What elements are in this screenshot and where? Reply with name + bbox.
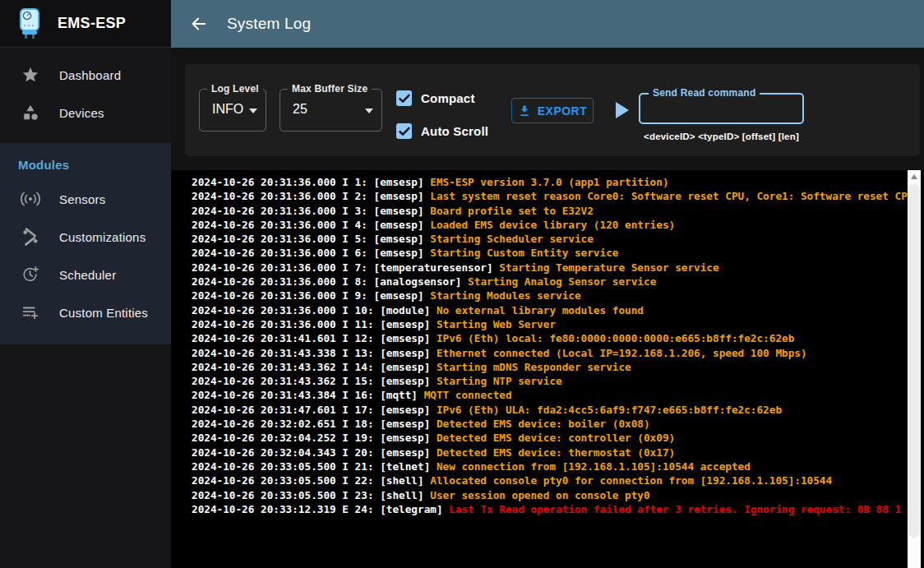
log-line-message: Ethernet connected (Local IP=192.168.1.2… xyxy=(437,347,807,359)
log-line: 2024-10-26 20:31:36.000 I 6: [emsesp] St… xyxy=(192,246,924,260)
download-icon xyxy=(518,104,531,118)
log-line: 2024-10-26 20:31:43.384 I 16: [mqtt] MQT… xyxy=(192,388,924,402)
export-button-label: EXPORT xyxy=(538,104,588,118)
sidebar-item-sensors[interactable]: Sensors xyxy=(0,180,171,218)
log-line-message: Last Tx Read operation failed after 3 re… xyxy=(449,503,901,515)
send-read-field: Send Read command xyxy=(639,93,804,124)
log-line-message: Starting mDNS Responder service xyxy=(437,361,631,373)
log-line-message: Detected EMS device: controller (0x09) xyxy=(437,432,675,444)
sidebar-item-label: Customizations xyxy=(59,230,146,244)
log-line: 2024-10-26 20:31:36.000 I 9: [emsesp] St… xyxy=(192,289,924,302)
sidebar-item-customizations[interactable]: Customizations xyxy=(0,218,171,256)
log-line: 2024-10-26 20:33:05.500 I 22: [shell] Al… xyxy=(192,473,924,487)
log-line-prefix: 2024-10-26 20:33:05.500 I 21: [telnet] xyxy=(192,460,437,473)
log-line-prefix: 2024-10-26 20:31:36.000 I 4: [emsesp] xyxy=(192,219,430,231)
log-lines: 2024-10-26 20:31:36.000 I 1: [emsesp] EM… xyxy=(171,170,924,516)
log-line-message: Starting Custom Entity service xyxy=(430,247,618,259)
log-line-message: Detected EMS device: thermostat (0x17) xyxy=(437,446,675,459)
sidebar-item-label: Sensors xyxy=(59,192,105,206)
sidebar-item-label: Custom Entities xyxy=(59,306,148,320)
log-line-prefix: 2024-10-26 20:31:43.362 I 15: [emsesp] xyxy=(192,375,437,387)
log-line-message: Last system reset reason Core0: Software… xyxy=(430,190,913,202)
log-line: 2024-10-26 20:32:02.651 I 18: [emsesp] D… xyxy=(192,417,924,431)
log-line-message: Starting Modules service xyxy=(430,289,580,302)
log-line-message: Starting Web Server xyxy=(437,318,556,330)
app-title: EMS-ESP xyxy=(58,15,126,32)
log-line: 2024-10-26 20:31:36.000 I 2: [emsesp] La… xyxy=(192,189,924,203)
checkmark-icon xyxy=(399,127,410,136)
sidebar-item-label: Devices xyxy=(59,106,104,120)
log-level-select[interactable]: Log Level INFO xyxy=(199,89,266,132)
sidebar-item-dashboard[interactable]: Dashboard xyxy=(0,56,171,94)
modules-section-header: Modules xyxy=(0,151,171,180)
log-line: 2024-10-26 20:31:43.362 I 14: [emsesp] S… xyxy=(192,360,924,374)
playlist-add-icon xyxy=(20,302,41,322)
log-line: 2024-10-26 20:31:36.000 I 4: [emsesp] Lo… xyxy=(192,218,924,232)
log-line: 2024-10-26 20:31:47.601 I 17: [emsesp] I… xyxy=(192,403,924,417)
compact-checkbox[interactable] xyxy=(396,90,412,106)
log-line: 2024-10-26 20:31:41.601 I 12: [emsesp] I… xyxy=(192,331,924,345)
auto-scroll-label: Auto Scroll xyxy=(421,124,488,138)
log-line: 2024-10-26 20:31:43.338 I 13: [emsesp] E… xyxy=(192,346,924,360)
log-line-prefix: 2024-10-26 20:31:36.000 I 8: [analogsens… xyxy=(192,275,468,288)
log-line-prefix: 2024-10-26 20:32:02.651 I 18: [emsesp] xyxy=(192,418,437,430)
sidebar-item-label: Dashboard xyxy=(59,68,121,82)
log-line-prefix: 2024-10-26 20:31:41.601 I 12: [emsesp] xyxy=(192,332,437,344)
log-line-message: Starting Temperature Sensor service xyxy=(499,261,718,274)
log-line-prefix: 2024-10-26 20:31:36.000 I 5: [emsesp] xyxy=(192,233,430,245)
log-line-message: MQTT connected xyxy=(424,389,512,401)
sidebar-modules-section: Modules Sensors xyxy=(0,143,171,344)
log-line: 2024-10-26 20:31:43.362 I 15: [emsesp] S… xyxy=(192,374,924,388)
send-read-helper-text: <deviceID> <typeID> [offset] [len] xyxy=(639,132,804,141)
arrow-left-icon xyxy=(190,15,208,33)
log-line-message: EMS-ESP version 3.7.0 (app1 partition) xyxy=(430,176,668,188)
max-buffer-value: 25 xyxy=(293,102,307,117)
tools-icon xyxy=(20,227,41,247)
scrollbar-thumb[interactable] xyxy=(908,184,920,538)
log-line: 2024-10-26 20:31:36.000 I 7: [temperatur… xyxy=(192,261,924,275)
log-console[interactable]: 2024-10-26 20:31:36.000 I 1: [emsesp] EM… xyxy=(171,170,924,568)
log-level-value: INFO xyxy=(212,102,243,117)
back-button[interactable] xyxy=(182,7,215,40)
log-line: 2024-10-26 20:33:05.500 I 23: [shell] Us… xyxy=(192,488,924,502)
log-line-message: User session opened on console pty0 xyxy=(430,489,649,501)
log-line-prefix: 2024-10-26 20:31:36.000 I 9: [emsesp] xyxy=(192,289,430,302)
sidebar-item-custom-entities[interactable]: Custom Entities xyxy=(0,293,171,331)
console-scrollbar[interactable] xyxy=(908,170,921,568)
app-logo-icon xyxy=(15,7,44,40)
page-title: System Log xyxy=(227,15,311,33)
auto-scroll-checkbox[interactable] xyxy=(396,123,412,139)
max-buffer-select[interactable]: Max Buffer Size 25 xyxy=(280,89,382,132)
log-line: 2024-10-26 20:33:12.319 E 24: [telegram]… xyxy=(192,502,924,516)
log-line-prefix: 2024-10-26 20:31:43.362 I 14: [emsesp] xyxy=(192,361,437,373)
log-line-prefix: 2024-10-26 20:33:05.500 I 23: [shell] xyxy=(192,489,430,501)
log-line-prefix: 2024-10-26 20:32:04.343 I 20: [emsesp] xyxy=(192,446,437,459)
log-line-message: Starting Analog Sensor service xyxy=(468,275,656,288)
export-button[interactable]: EXPORT xyxy=(511,98,594,123)
log-line: 2024-10-26 20:33:05.500 I 21: [telnet] N… xyxy=(192,459,924,473)
log-line-message: Board profile set to E32V2 xyxy=(430,205,594,217)
app-logo-row: EMS-ESP xyxy=(0,0,171,48)
log-line: 2024-10-26 20:31:36.000 I 8: [analogsens… xyxy=(192,275,924,289)
log-line-prefix: 2024-10-26 20:31:36.000 I 1: [emsesp] xyxy=(192,176,430,188)
sidebar-item-devices[interactable]: Devices xyxy=(0,94,171,132)
scroll-up-arrow-icon[interactable] xyxy=(908,170,921,183)
log-controls-card: Log Level INFO Max Buffer Size 25 Compac… xyxy=(185,64,920,156)
main-content: Log Level INFO Max Buffer Size 25 Compac… xyxy=(171,48,924,568)
log-line-message: IPv6 (Eth) ULA: fda2:4cc5:6af9:f747:e665… xyxy=(437,404,782,416)
sidebar: EMS-ESP Dashboard Devices Modules xyxy=(0,0,171,568)
sidebar-item-scheduler[interactable]: Scheduler xyxy=(0,256,171,293)
log-line-message: Starting Scheduler service xyxy=(430,233,594,245)
antenna-icon xyxy=(20,189,41,209)
send-command-play-icon[interactable] xyxy=(616,102,629,118)
log-line-prefix: 2024-10-26 20:31:47.601 I 17: [emsesp] xyxy=(192,404,437,416)
log-line-prefix: 2024-10-26 20:31:36.000 I 6: [emsesp] xyxy=(192,247,430,259)
log-line-message: Starting NTP service xyxy=(437,375,562,387)
send-read-input[interactable] xyxy=(647,97,797,120)
log-line-prefix: 2024-10-26 20:31:36.000 I 3: [emsesp] xyxy=(192,205,430,217)
category-icon xyxy=(20,103,41,122)
log-line-prefix: 2024-10-26 20:31:36.000 I 10: [module] xyxy=(192,304,437,316)
auto-scroll-checkbox-row: Auto Scroll xyxy=(396,123,488,139)
log-line: 2024-10-26 20:31:36.000 I 3: [emsesp] Bo… xyxy=(192,204,924,218)
log-line-prefix: 2024-10-26 20:31:43.338 I 13: [emsesp] xyxy=(192,347,437,359)
